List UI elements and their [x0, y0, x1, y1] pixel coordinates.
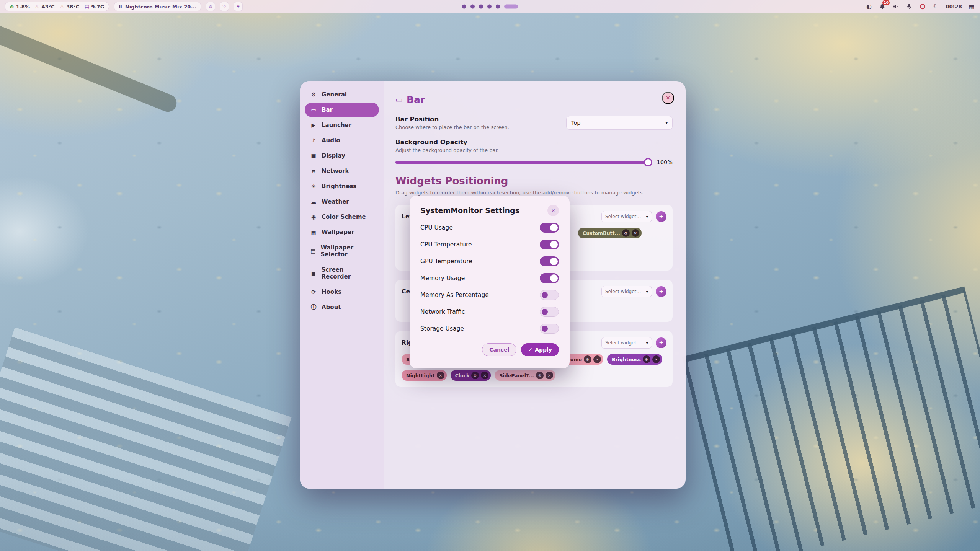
chip-remove-button[interactable]: ✕: [652, 355, 660, 363]
close-icon: ✕: [551, 208, 555, 214]
sidebar-item-wallpaper[interactable]: ▦ Wallpaper: [305, 225, 379, 240]
widgets-positioning-heading: Widgets Positioning: [395, 175, 673, 187]
sidebar-item-label: Screen Recorder: [322, 266, 374, 280]
chip-settings-button[interactable]: ⚙: [584, 355, 591, 363]
sidebar-item-audio[interactable]: ♪ Audio: [305, 133, 379, 148]
workspace-dot[interactable]: [470, 5, 475, 9]
opacity-slider-knob[interactable]: [644, 158, 652, 166]
sidebar-item-wallpaper-selector[interactable]: ▤ Wallpaper Selector: [305, 240, 379, 262]
sidebar-item-weather[interactable]: ☁ Weather: [305, 194, 379, 209]
cpu-usage-toggle[interactable]: [540, 223, 559, 233]
close-icon: ✕: [655, 357, 658, 362]
cpu-temperature-toggle[interactable]: [540, 240, 559, 249]
right-add-widget-button[interactable]: +: [656, 337, 666, 348]
chip-settings-button[interactable]: ⚙: [622, 229, 630, 237]
opacity-slider[interactable]: [395, 161, 648, 164]
widget-chip[interactable]: NightLight ✕: [402, 370, 447, 381]
center-add-widget-button[interactable]: +: [656, 286, 666, 297]
apply-button[interactable]: ✓ Apply: [521, 343, 559, 356]
launcher-icon: ▶: [310, 122, 317, 128]
favorite-button[interactable]: ♥: [234, 2, 243, 11]
chip-settings-button[interactable]: ⚙: [536, 372, 544, 379]
sidebar-item-brightness[interactable]: ☀ Brightness: [305, 179, 379, 194]
toggle-label: Network Traffic: [420, 308, 465, 315]
chip-remove-button[interactable]: ✕: [481, 372, 488, 379]
bar-position-row: Bar Position Choose where to place the b…: [395, 116, 673, 130]
chip-remove-button[interactable]: ✕: [546, 372, 553, 379]
widget-chip[interactable]: SidePanelT... ⚙ ✕: [495, 370, 555, 381]
chip-settings-button[interactable]: ⚙: [643, 355, 650, 363]
like-button[interactable]: ♡: [220, 2, 229, 11]
chip-remove-button[interactable]: ✕: [437, 372, 444, 379]
opacity-value: 100%: [655, 159, 673, 165]
chip-remove-button[interactable]: ✕: [632, 229, 639, 237]
background-opacity-block: Background Opacity Adjust the background…: [395, 139, 673, 165]
network-traffic-toggle[interactable]: [540, 307, 559, 317]
volume-button[interactable]: [892, 3, 900, 10]
left-add-widget-button[interactable]: +: [656, 211, 666, 222]
bar-position-select[interactable]: Top ▾: [566, 116, 673, 130]
gpu-temperature-icon: ♨: [60, 4, 65, 10]
toggle-row: Memory Usage: [420, 270, 559, 287]
color-picker-icon[interactable]: ◐: [865, 3, 873, 10]
plus-icon: +: [659, 288, 663, 295]
sidebar-item-network[interactable]: ⌗ Network: [305, 164, 379, 178]
pause-icon[interactable]: Ⅱ: [119, 4, 122, 10]
media-widget[interactable]: Ⅱ Nightcore Music Mix 20...: [114, 2, 201, 11]
toggle-row: Memory As Percentage: [420, 287, 559, 303]
sidebar-item-bar[interactable]: ▭ Bar: [305, 103, 379, 117]
screen-record-button[interactable]: [919, 3, 926, 10]
recorder-icon: ◼: [310, 270, 317, 276]
microphone-button[interactable]: [905, 3, 913, 10]
close-icon: ✕: [439, 373, 442, 378]
chip-settings-button[interactable]: ⚙: [471, 372, 479, 379]
sidebar-item-launcher[interactable]: ▶ Launcher: [305, 118, 379, 132]
left-add-widget-select[interactable]: Select widget to add... ▾: [601, 211, 652, 222]
bar-icon: ▭: [310, 107, 317, 113]
toggle-label: GPU Temperature: [420, 258, 472, 265]
page-title: Bar: [407, 94, 425, 105]
gear-icon: ⚙: [586, 357, 590, 362]
workspace-active-pill[interactable]: [504, 5, 518, 9]
chip-remove-button[interactable]: ✕: [593, 355, 601, 363]
sidebar-item-general[interactable]: ⚙ General: [305, 87, 379, 102]
modal-close-button[interactable]: ✕: [547, 205, 559, 216]
gpu-temperature-toggle[interactable]: [540, 256, 559, 266]
sidebar-item-about[interactable]: ⓘ About: [305, 300, 379, 315]
media-title: Nightcore Music Mix 20...: [125, 4, 196, 10]
workspaces[interactable]: [462, 5, 518, 9]
top-bar-right: ◐ 10 ☾ 00:28 ▦: [865, 3, 975, 10]
sidebar-item-hooks[interactable]: ⟳ Hooks: [305, 285, 379, 299]
close-icon: ✕: [483, 373, 486, 378]
sidebar-item-label: About: [322, 304, 341, 311]
memory-usage-toggle[interactable]: [540, 273, 559, 283]
notifications-button[interactable]: 10: [879, 3, 886, 10]
palette-icon: ◉: [310, 214, 317, 220]
night-mode-icon[interactable]: ☾: [932, 3, 940, 10]
widget-chip[interactable]: CustomButt... ⚙ ✕: [578, 228, 642, 238]
memory-as-percentage-toggle[interactable]: [540, 290, 559, 300]
content-header: ▭ Bar: [395, 92, 673, 107]
sidebar-item-display[interactable]: ▣ Display: [305, 148, 379, 163]
cancel-label: Cancel: [489, 347, 509, 353]
workspace-dot[interactable]: [496, 5, 500, 9]
widget-chip[interactable]: Clock ⚙ ✕: [451, 370, 491, 381]
right-add-widget-select[interactable]: Select widget to add... ▾: [601, 337, 652, 349]
workspace-dot[interactable]: [479, 5, 483, 9]
center-add-widget-select[interactable]: Select widget to add... ▾: [601, 286, 652, 297]
clock[interactable]: 00:28: [946, 3, 962, 10]
emoji-button[interactable]: ☺: [206, 2, 215, 11]
workspace-dot[interactable]: [462, 5, 466, 9]
storage-usage-toggle[interactable]: [540, 324, 559, 334]
cancel-button[interactable]: Cancel: [482, 343, 516, 356]
workspace-dot[interactable]: [487, 5, 492, 9]
widgets-positioning-description: Drag widgets to reorder them within each…: [395, 190, 671, 196]
microphone-icon: [906, 3, 913, 10]
sidebar-item-color-scheme[interactable]: ◉ Color Scheme: [305, 210, 379, 224]
window-close-button[interactable]: ✕: [662, 92, 674, 104]
system-stats-widget[interactable]: ☘ 1.8% ♨ 43°C ♨ 38°C ▤ 9.7G: [5, 2, 109, 11]
app-grid-icon[interactable]: ▦: [968, 3, 975, 10]
widget-chip[interactable]: Brightness ⚙ ✕: [607, 354, 662, 365]
sidebar-item-screen-recorder[interactable]: ◼ Screen Recorder: [305, 262, 379, 284]
sidebar-item-label: Audio: [322, 137, 340, 144]
